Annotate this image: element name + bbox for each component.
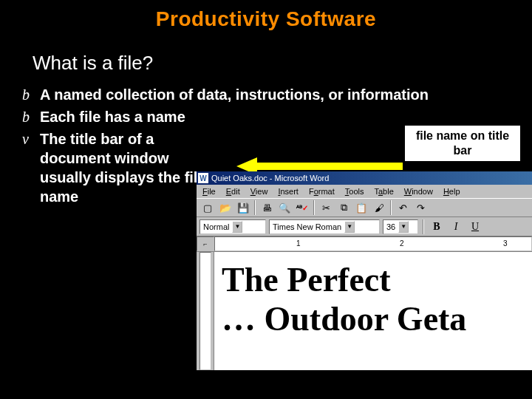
cut-icon[interactable]: ✂ (318, 200, 334, 216)
bullet-text: The title bar of a document window usual… (40, 129, 210, 206)
style-combo[interactable]: Normal ▼ (200, 219, 266, 234)
format-painter-icon[interactable]: 🖌 (371, 200, 387, 216)
bullet-marker: b (22, 85, 40, 104)
annotation-callout: file name on title bar (405, 126, 520, 161)
menu-window[interactable]: Window (400, 186, 437, 197)
print-icon[interactable]: 🖶 (259, 200, 275, 216)
vertical-ruler[interactable] (197, 252, 214, 370)
horizontal-ruler[interactable]: 1 2 3 (214, 236, 532, 251)
separator-icon (390, 200, 392, 215)
menu-file[interactable]: File (198, 186, 220, 197)
document-text-line: The Perfect (222, 261, 529, 300)
style-value: Normal (203, 222, 229, 231)
slide-heading: What is a file? (33, 52, 532, 75)
open-icon[interactable]: 📂 (217, 200, 233, 216)
formatting-toolbar: Normal ▼ Times New Roman ▼ 36 ▼ B I U (197, 217, 532, 236)
spellcheck-icon[interactable]: ᴬᴮ✓ (294, 200, 310, 216)
preview-icon[interactable]: 🔍 (276, 200, 293, 216)
copy-icon[interactable]: ⧉ (335, 200, 352, 216)
word-app-icon: W (198, 173, 208, 183)
font-combo[interactable]: Times New Roman ▼ (269, 219, 380, 234)
paste-icon[interactable]: 📋 (353, 200, 369, 216)
bullet-text: Each file has a name (40, 107, 185, 126)
tab-selector[interactable]: ⌐ (197, 236, 214, 251)
menu-table[interactable]: Table (369, 186, 398, 197)
menu-insert[interactable]: Insert (273, 186, 303, 197)
ruler-mark: 2 (400, 239, 404, 248)
ruler-mark: 3 (503, 239, 508, 248)
font-value: Times New Roman (273, 222, 341, 231)
document-area: The Perfect … Outdoor Geta (197, 252, 532, 370)
chevron-down-icon: ▼ (344, 221, 355, 233)
document-page[interactable]: The Perfect … Outdoor Geta (214, 252, 532, 370)
size-value: 36 (386, 222, 395, 231)
menu-format[interactable]: Format (304, 186, 339, 197)
separator-icon (313, 200, 315, 215)
chevron-down-icon: ▼ (398, 221, 409, 233)
undo-icon[interactable]: ↶ (395, 200, 411, 216)
menu-tools[interactable]: Tools (341, 186, 369, 197)
titlebar-text: Quiet Oaks.doc - Microsoft Word (211, 174, 329, 183)
underline-button[interactable]: U (467, 219, 483, 234)
menu-help[interactable]: Help (439, 186, 465, 197)
bullet-marker: b (22, 107, 40, 126)
list-item: b A named collection of data, instructio… (22, 85, 532, 104)
ruler-area: ⌐ 1 2 3 (197, 236, 532, 252)
standard-toolbar: ▢ 📂 💾 🖶 🔍 ᴬᴮ✓ ✂ ⧉ 📋 🖌 ↶ ↷ (197, 198, 532, 217)
separator-icon (254, 200, 256, 215)
titlebar[interactable]: W Quiet Oaks.doc - Microsoft Word (197, 171, 532, 185)
list-item: b Each file has a name (22, 107, 532, 126)
save-icon[interactable]: 💾 (235, 200, 251, 216)
menu-view[interactable]: View (246, 186, 273, 197)
document-text-line: … Outdoor Geta (222, 300, 529, 339)
bold-button[interactable]: B (429, 219, 445, 234)
slide-title: Productivity Software (0, 0, 532, 31)
bullet-text: A named collection of data, instructions… (40, 85, 429, 104)
chevron-down-icon: ▼ (232, 221, 242, 233)
menu-edit[interactable]: Edit (222, 186, 245, 197)
redo-icon[interactable]: ↷ (412, 200, 429, 216)
new-doc-icon[interactable]: ▢ (200, 200, 216, 216)
menu-bar: File Edit View Insert Format Tools Table… (197, 185, 532, 198)
ruler-mark: 1 (296, 239, 301, 248)
bullet-marker: v (22, 129, 40, 206)
italic-button[interactable]: I (448, 219, 464, 234)
separator-icon (423, 219, 424, 234)
word-window: W Quiet Oaks.doc - Microsoft Word File E… (197, 171, 532, 370)
size-combo[interactable]: 36 ▼ (383, 219, 418, 234)
